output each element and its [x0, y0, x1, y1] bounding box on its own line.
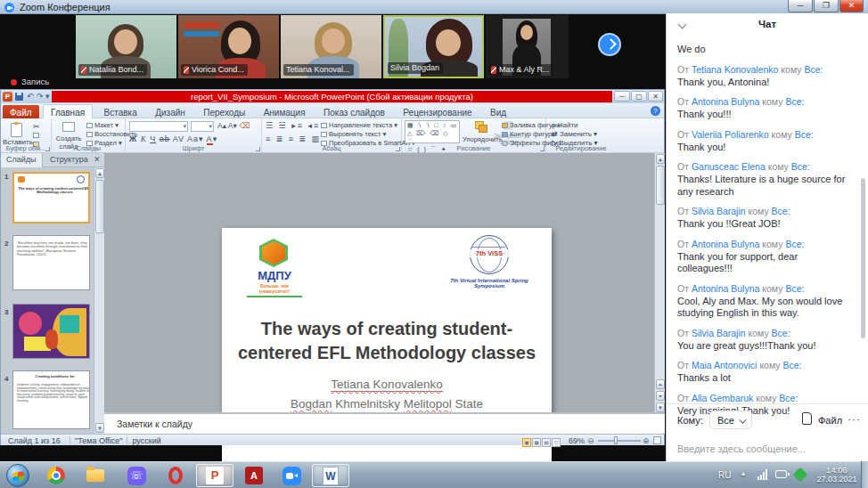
taskbar-explorer[interactable]	[78, 464, 112, 487]
help-icon[interactable]: ?	[651, 106, 660, 116]
thumb-number: 2	[4, 240, 8, 248]
scrollbar-thumb[interactable]	[656, 166, 665, 205]
more-options-button[interactable]: ···	[848, 413, 861, 426]
layout-button[interactable]: Макет ▾	[86, 121, 119, 129]
scroll-up-icon[interactable]: ▲	[656, 154, 665, 164]
participant-video-active-speaker[interactable]: Silvia Bogdan	[383, 15, 484, 78]
restore-button[interactable]: ❐	[814, 0, 839, 12]
taskbar-opera[interactable]	[159, 464, 192, 487]
close-button[interactable]: ✕	[839, 0, 864, 12]
taskbar-viber[interactable]: ☏	[119, 464, 153, 487]
scroll-up-icon[interactable]: ▲	[95, 168, 104, 178]
text-direction-button[interactable]: Направление текста ▾	[321, 121, 397, 129]
close-pane-icon[interactable]: ✕	[94, 155, 101, 164]
ppt-close-button[interactable]: ✕	[648, 91, 663, 102]
replace-button[interactable]: ⇄ Заменить ▾	[552, 130, 597, 138]
char-spacing-button[interactable]: AV	[173, 134, 184, 143]
zoom-slider-thumb[interactable]	[614, 436, 618, 444]
power-icon[interactable]	[775, 470, 787, 478]
underline-button[interactable]: Ч	[150, 134, 156, 143]
strikethrough-button[interactable]: ab	[160, 134, 170, 143]
zoom-in-icon[interactable]: ⊕	[643, 436, 650, 445]
slide-thumbnail-3[interactable]	[12, 304, 90, 359]
taskbar-powerpoint-active[interactable]: P	[196, 464, 233, 487]
slide-thumbnail-2[interactable]: "Excellent teachers are made, not born, …	[12, 235, 90, 290]
normal-view-button[interactable]: ▣	[522, 438, 531, 447]
file-icon[interactable]	[802, 412, 812, 425]
taskbar-word-open[interactable]: W	[312, 464, 349, 487]
change-case-button[interactable]: Aa▾	[187, 134, 204, 143]
scroll-down-icon[interactable]: ▼	[95, 423, 104, 433]
show-desktop-button[interactable]	[861, 461, 868, 488]
minimize-button[interactable]: ─	[788, 0, 813, 12]
network-signal-icon[interactable]	[757, 469, 768, 480]
start-button[interactable]	[6, 464, 29, 487]
pane-scrollbar[interactable]: ▲ ▼	[94, 167, 104, 434]
drawing-dialog-launcher[interactable]	[540, 147, 545, 151]
tray-expand-icon[interactable]: ▴	[741, 469, 745, 477]
zoom-slider-track[interactable]	[598, 440, 641, 442]
bold-button[interactable]: Ж	[129, 134, 137, 143]
font-size-combo[interactable]	[191, 121, 214, 132]
align-text-button[interactable]: Выровнять текст ▾	[321, 130, 386, 138]
grow-shrink-font-icons[interactable]: A▴ A▾ ⌫	[217, 121, 250, 130]
ppt-minimize-button[interactable]: ─	[614, 91, 630, 102]
slide-thumbnail-4[interactable]: Creating conditions for students' activi…	[12, 370, 90, 429]
recipient-dropdown[interactable]: Все	[709, 411, 752, 429]
language-indicator[interactable]: RU	[718, 470, 731, 480]
clipboard-dialog-launcher[interactable]	[45, 147, 50, 151]
zoom-app-icon	[4, 3, 14, 12]
font-name-combo[interactable]	[129, 121, 188, 132]
tab-outline[interactable]: Структура	[45, 153, 94, 167]
slide-thumbnail-1[interactable]: The ways of creating student-centered EF…	[12, 172, 90, 224]
participant-video[interactable]: Nataliia Bond...	[76, 15, 176, 78]
reading-view-button[interactable]: ▤	[542, 438, 551, 447]
taskbar-chrome[interactable]	[39, 464, 73, 487]
scroll-down-icon[interactable]: ▼	[656, 403, 665, 412]
participant-video[interactable]: Max & Aly R...	[486, 15, 569, 78]
font-dialog-launcher[interactable]	[256, 147, 260, 151]
qat-dropdown-icon[interactable]: ▾	[45, 92, 50, 101]
mini-logo	[77, 175, 85, 183]
previous-slide-icon[interactable]: ⏶	[656, 379, 665, 389]
slide-thumbnail-list: 1 The ways of creating student-centered …	[1, 167, 94, 434]
undo-icon[interactable]: ↶	[27, 92, 34, 101]
zoom-out-icon[interactable]: ⊖	[587, 436, 594, 445]
notes-pane[interactable]: Заметки к слайду	[104, 412, 665, 434]
slide-editor-area: МДПУ Більше, ніж університет! 7th ViSS 7…	[104, 153, 654, 412]
ppt-maximize-button[interactable]: ▢	[631, 91, 647, 102]
clock[interactable]: 14:06 27.03.2021	[815, 465, 859, 484]
shapes-gallery[interactable]: ▦ ∖ ∖ □ ○ ▭△ ⌦ ⌫ ◇ ♡☆ ( ) ⌒ ✦	[405, 120, 460, 143]
file-button[interactable]: Файл	[818, 415, 842, 426]
participant-video[interactable]: Tetiana Konoval...	[281, 15, 381, 78]
italic-button[interactable]: К	[141, 134, 147, 143]
chat-message-list[interactable]: We do От Tetiana Konovalenko кому Все:Th…	[677, 44, 852, 417]
copy-icon[interactable]	[33, 131, 41, 139]
tab-home[interactable]: Главная	[43, 104, 93, 119]
slideshow-view-button[interactable]: ▽	[552, 438, 561, 447]
ribbon: Вставить ✂ Буфер обм... Создать слайд Ма…	[1, 118, 664, 153]
participant-video[interactable]: Viorica Cond...	[178, 15, 279, 78]
scrollbar-thumb[interactable]	[95, 180, 104, 233]
tab-slides[interactable]: Слайды	[1, 153, 43, 167]
next-slide-icon[interactable]: ⏷	[656, 391, 665, 401]
chat-message-input[interactable]	[677, 443, 856, 454]
taskbar-zoom[interactable]	[274, 464, 308, 487]
zoom-percent[interactable]: 69%	[569, 436, 585, 445]
next-participants-button[interactable]	[598, 33, 621, 56]
sorter-view-button[interactable]: ▦	[532, 438, 541, 447]
language-indicator[interactable]: русский	[132, 436, 160, 445]
infographic-shape	[19, 312, 42, 335]
taskbar-acrobat[interactable]: A	[237, 464, 271, 487]
chat-scrollbar-thumb[interactable]	[861, 178, 865, 338]
antivirus-tray-icon[interactable]	[793, 468, 808, 483]
cut-icon[interactable]: ✂	[33, 122, 40, 131]
fit-to-window-icon[interactable]	[653, 436, 661, 444]
find-button[interactable]: ⌕ Найти	[552, 121, 578, 130]
slide-title[interactable]: The ways of creating student- centered E…	[231, 317, 543, 365]
paragraph-dialog-launcher[interactable]	[396, 147, 400, 151]
redo-icon[interactable]: ↷	[37, 92, 44, 101]
alignment-icons[interactable]: ≡ ≣ ≡ ≣ ▥	[266, 134, 321, 143]
save-icon[interactable]	[15, 93, 23, 101]
editor-scrollbar[interactable]: ▲ ⏶ ⏷ ▼	[654, 153, 665, 412]
